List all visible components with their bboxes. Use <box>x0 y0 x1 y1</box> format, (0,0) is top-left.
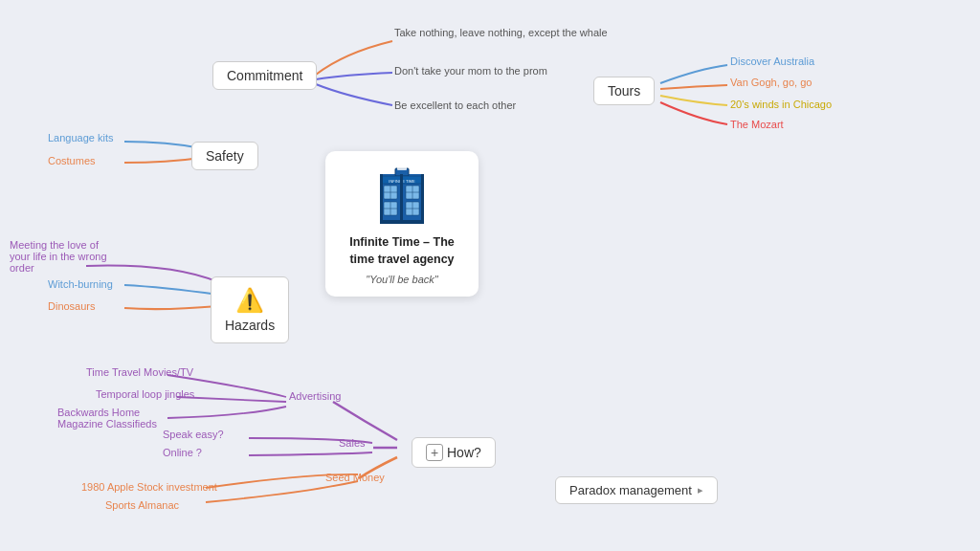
paradox-expand-icon: ▸ <box>698 484 703 496</box>
commitment-branch-2: Don't take your mom to the prom <box>394 65 547 77</box>
tours-branch-1: Discover Australia <box>730 55 814 67</box>
seed-sub-2: Sports Almanac <box>105 499 179 511</box>
how-label: How? <box>447 445 481 460</box>
sales-sub-2: Online ? <box>163 447 202 458</box>
advertising-label: Advertising <box>289 390 341 402</box>
hazards-branch-3: Dinosaurs <box>48 300 96 312</box>
advertising-sub-1: Time Travel Movies/TV <box>86 366 193 378</box>
advertising-sub-3: Backwards Home Magazine Classifieds <box>57 407 172 430</box>
svg-rect-6 <box>421 174 424 224</box>
safety-branch-1: Language kits <box>48 132 114 143</box>
tours-branch-2: Van Gogh, go, go <box>730 77 812 88</box>
svg-rect-7 <box>400 174 403 224</box>
commitment-label: Commitment <box>227 68 302 83</box>
how-expand-button[interactable]: + <box>426 444 443 461</box>
hazards-branch-2: Witch-burning <box>48 278 113 290</box>
safety-label: Safety <box>206 148 244 164</box>
tours-branch-4: The Mozart <box>730 119 784 130</box>
sales-sub-1: Speak easy? <box>163 429 224 440</box>
seed-sub-1: 1980 Apple Stock investment <box>81 481 217 493</box>
hazards-node[interactable]: ⚠️ Hazards <box>211 276 289 343</box>
card-title: Infinite Time – The time travel agency <box>337 234 467 268</box>
advertising-sub-2: Temporal loop jingles <box>96 388 194 400</box>
commitment-branch-3: Be excellent to each other <box>394 99 516 111</box>
tardis-icon: INFINITE TIME <box>378 165 426 227</box>
tours-label: Tours <box>608 83 640 99</box>
seed-money-label: Seed Money <box>325 472 385 483</box>
how-node[interactable]: + How? <box>412 437 496 468</box>
safety-branch-2: Costumes <box>48 155 96 166</box>
commitment-branch-1: Take nothing, leave nothing, except the … <box>394 27 608 38</box>
tours-node[interactable]: Tours <box>593 77 655 105</box>
hazards-branch-1: Meeting the love of your life in the wro… <box>10 239 115 274</box>
svg-rect-2 <box>397 166 407 170</box>
hazards-label: Hazards <box>225 318 275 333</box>
mind-map-lines <box>0 0 980 551</box>
paradox-label: Paradox management <box>569 483 692 497</box>
tours-branch-3: 20's winds in Chicago <box>730 99 832 110</box>
sales-label: Sales <box>339 437 366 449</box>
card-subtitle: "You'll be back" <box>337 274 467 285</box>
safety-node[interactable]: Safety <box>191 142 258 170</box>
commitment-node[interactable]: Commitment <box>212 61 317 90</box>
paradox-node[interactable]: Paradox management ▸ <box>555 476 718 504</box>
svg-rect-20 <box>380 220 424 224</box>
svg-rect-5 <box>380 174 383 224</box>
center-card: INFINITE TIME Infinite Time – The time t… <box>325 151 479 297</box>
warning-icon: ⚠️ <box>225 287 275 314</box>
